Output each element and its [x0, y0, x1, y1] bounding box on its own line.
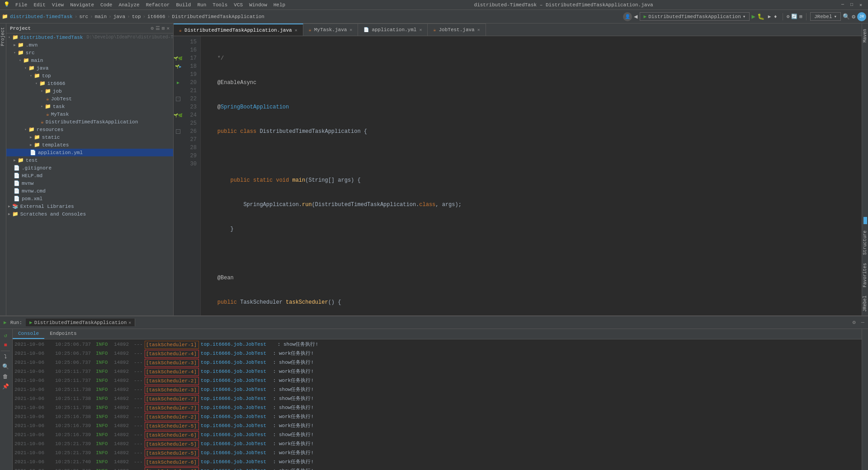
- menu-navigate[interactable]: Navigate: [67, 1, 97, 9]
- console-tab-console[interactable]: Console: [13, 329, 44, 339]
- console-stop-btn[interactable]: ■: [1, 341, 10, 350]
- tree-item-helpmd[interactable]: 📄 HELP.md: [6, 172, 173, 179]
- maven-panel-toggle[interactable]: Maven: [862, 25, 868, 46]
- log-line-14[interactable]: 2021-10-06 10:25:21.740 INFO 14892 --- […: [13, 458, 862, 467]
- panel-expand[interactable]: ⊞: [162, 25, 165, 31]
- tree-item-static[interactable]: ▶ 📁 static: [6, 133, 173, 141]
- tab-close-1[interactable]: ✕: [295, 28, 297, 33]
- log-line-6[interactable]: 2021-10-06 10:25:11.738 INFO 14892 --- […: [13, 385, 862, 395]
- tab-close-2[interactable]: ✕: [349, 27, 352, 33]
- back-button[interactable]: ◀: [634, 13, 637, 20]
- log-line-3[interactable]: 2021-10-06 10:25:06.737 INFO 14892 --- […: [13, 358, 862, 367]
- tab-close-3[interactable]: ✕: [419, 27, 422, 33]
- structure-toggle[interactable]: Structure: [862, 227, 868, 258]
- run-button[interactable]: ▶: [751, 13, 755, 20]
- log-line-9[interactable]: 2021-10-06 10:25:16.738 INFO 14892 --- […: [13, 413, 862, 422]
- tree-item-scratches[interactable]: ▶ 📁 Scratches and Consoles: [6, 210, 173, 218]
- console-filter-btn[interactable]: 🔍: [1, 362, 10, 371]
- toolbar-project[interactable]: distributed-TimedTask: [10, 14, 73, 19]
- tab-distributedtimedtaskapplication[interactable]: ☕ DistributedTimedTaskApplication.java ✕: [174, 24, 303, 36]
- jrebel-toggle[interactable]: JRebel: [862, 292, 868, 315]
- panel-minimize-btn[interactable]: ─: [861, 320, 864, 326]
- tree-item-top[interactable]: ▾ 📁 top: [6, 72, 173, 80]
- panel-gear[interactable]: ⚙: [151, 25, 154, 31]
- menu-help[interactable]: Help: [271, 1, 288, 9]
- tree-item-job[interactable]: ▾ 📁 job: [6, 87, 173, 95]
- toolbar-java[interactable]: java: [113, 14, 125, 19]
- menu-view[interactable]: View: [49, 1, 66, 9]
- tree-item-resources[interactable]: ▾ 📁 resources: [6, 126, 173, 133]
- tree-item-mytask[interactable]: ☕ MyTask: [6, 110, 173, 118]
- log-line-8[interactable]: 2021-10-06 10:25:11.738 INFO 14892 --- […: [13, 404, 862, 413]
- panel-close[interactable]: ✕: [166, 25, 170, 31]
- menu-vcs[interactable]: VCS: [231, 1, 245, 9]
- menu-tools[interactable]: Tools: [210, 1, 230, 9]
- console-pin-btn[interactable]: 📌: [1, 382, 10, 391]
- project-panel-toggle[interactable]: Project: [0, 24, 6, 50]
- gutter-26[interactable]: -: [175, 127, 182, 136]
- tab-close-4[interactable]: ✕: [477, 27, 480, 33]
- log-line-1[interactable]: 2021-10-06 10:25:06.737 INFO 14892 --- […: [13, 340, 862, 349]
- favorites-toggle[interactable]: Favorites: [862, 259, 868, 291]
- toolbar-class[interactable]: DistributedTimedTaskApplication: [172, 14, 264, 19]
- jrebel-dropdown[interactable]: JRebel ▾: [810, 12, 841, 21]
- tree-item-src[interactable]: ▾ 📁 src: [6, 49, 173, 56]
- log-line-2[interactable]: 2021-10-06 10:25:06.737 INFO 14892 --- […: [13, 349, 862, 358]
- menu-refactor[interactable]: Refactor: [143, 1, 173, 9]
- tree-item-mvn[interactable]: ▶ 📁 .mvn: [6, 41, 173, 49]
- tree-item-templates[interactable]: ▶ 📁 templates: [6, 141, 173, 149]
- gutter-20[interactable]: ▶: [175, 79, 182, 87]
- tree-item-main[interactable]: ▾ 📁 main: [6, 56, 173, 64]
- toolbar-user[interactable]: JR: [857, 12, 866, 21]
- menu-file[interactable]: File: [13, 1, 30, 9]
- tree-item-mvnw[interactable]: 📄 mvnw: [6, 179, 173, 187]
- scroll-indicator[interactable]: [863, 217, 867, 224]
- menu-run[interactable]: Run: [194, 1, 209, 9]
- console-scroll-end-btn[interactable]: ⤵: [1, 352, 10, 361]
- toolbar-build[interactable]: ⚙: [787, 14, 790, 19]
- log-line-5[interactable]: 2021-10-06 10:25:11.737 INFO 14892 --- […: [13, 376, 862, 385]
- gutter-22[interactable]: -: [175, 95, 182, 103]
- account-icon[interactable]: 👤: [623, 12, 632, 21]
- tree-item-pomxml[interactable]: 📄 pom.xml: [6, 195, 173, 202]
- editor-content[interactable]: 🌱 🌿 🌱 ▶ ▶ -: [174, 36, 862, 315]
- toolbar-search[interactable]: 🔍: [843, 13, 850, 20]
- menu-analyze[interactable]: Analyze: [116, 1, 142, 9]
- code-area[interactable]: */ @EnableAsync @SpringBootApplication p…: [201, 36, 862, 315]
- tree-item-java[interactable]: ▾ 📁 java: [6, 64, 173, 72]
- tree-item-task[interactable]: ▾ 📁 task: [6, 103, 173, 110]
- run-app-tab[interactable]: ▶ DistributedTimedTaskApplication ✕: [26, 319, 135, 326]
- run-coverage-button[interactable]: ▶ ♦: [766, 13, 779, 20]
- minimize-button[interactable]: ─: [839, 1, 846, 9]
- tree-item-mvnwcmd[interactable]: 📄 mvnw.cmd: [6, 187, 173, 195]
- toolbar-settings[interactable]: ⚙: [852, 13, 855, 20]
- panel-settings-btn[interactable]: ⚙: [853, 319, 856, 326]
- console-rerun-btn[interactable]: ↺: [1, 331, 10, 340]
- toolbar-expand[interactable]: ⊞: [799, 14, 802, 19]
- log-line-15[interactable]: 2021-10-06 10:25:21.740 INFO 14892 --- […: [13, 467, 862, 470]
- menu-code[interactable]: Code: [98, 1, 115, 9]
- close-button[interactable]: ✕: [857, 1, 864, 9]
- tree-item-test[interactable]: ▶ 📁 test: [6, 156, 173, 164]
- maximize-button[interactable]: □: [848, 1, 855, 9]
- menu-edit[interactable]: Edit: [31, 1, 48, 9]
- tree-item-it6666[interactable]: ▾ 📁 it6666: [6, 80, 173, 87]
- console-output[interactable]: 2021-10-06 10:25:06.737 INFO 14892 --- […: [13, 339, 862, 470]
- log-line-11[interactable]: 2021-10-06 10:25:16.739 INFO 14892 --- […: [13, 431, 862, 440]
- panel-sort[interactable]: ☰: [156, 25, 160, 31]
- log-line-4[interactable]: 2021-10-06 10:25:11.737 INFO 14892 --- […: [13, 367, 862, 376]
- console-clear-btn[interactable]: 🗑: [1, 372, 10, 381]
- tree-item-root[interactable]: ▾ 📁 distributed-TimedTask D:\Develop\Ide…: [6, 33, 173, 41]
- tree-item-gitignore[interactable]: 📄 .gitignore: [6, 164, 173, 172]
- run-config-dropdown[interactable]: ▶ DistributedTimedTaskApplication ▾: [640, 12, 750, 21]
- toolbar-sync[interactable]: 🔄: [791, 14, 797, 19]
- log-line-10[interactable]: 2021-10-06 10:25:16.739 INFO 14892 --- […: [13, 422, 862, 431]
- tab-mytask[interactable]: ☕ MyTask.java ✕: [303, 24, 359, 36]
- menu-window[interactable]: Window: [246, 1, 270, 9]
- tree-item-appyml[interactable]: 📄 application.yml: [6, 149, 173, 156]
- debug-button[interactable]: 🐛: [757, 13, 764, 20]
- toolbar-top[interactable]: top: [132, 14, 141, 19]
- log-line-7[interactable]: 2021-10-06 10:25:11.738 INFO 14892 --- […: [13, 395, 862, 404]
- toolbar-main[interactable]: main: [95, 14, 107, 19]
- tree-item-app[interactable]: ☕ DistributedTimedTaskApplication: [6, 118, 173, 126]
